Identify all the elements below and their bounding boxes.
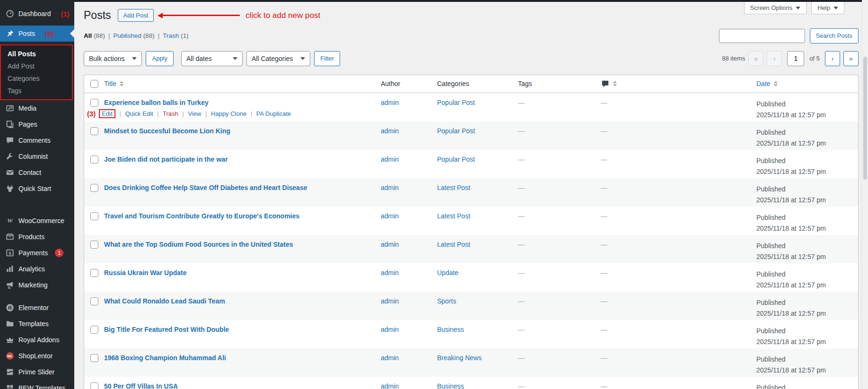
- submenu-item[interactable]: Add Post: [1, 60, 72, 72]
- category-link[interactable]: Popular Post: [437, 99, 475, 106]
- select-post-checkbox[interactable]: [90, 212, 98, 220]
- category-link[interactable]: Update: [437, 269, 458, 277]
- row-action-link[interactable]: Edit: [99, 109, 115, 118]
- author-link[interactable]: admin: [381, 297, 399, 305]
- submenu-item[interactable]: Categories: [1, 72, 72, 85]
- author-link[interactable]: admin: [381, 354, 399, 362]
- sidebar-menu-item[interactable]: Analytics: [0, 261, 74, 277]
- categories-filter-select[interactable]: All Categories: [246, 51, 310, 66]
- select-post-checkbox[interactable]: [90, 184, 98, 192]
- row-action-link[interactable]: Happy Clone: [211, 110, 246, 117]
- author-link[interactable]: admin: [381, 326, 399, 333]
- author-link[interactable]: admin: [381, 382, 399, 389]
- post-title-link[interactable]: Joe Biden did not participate in the war: [104, 156, 228, 163]
- screen-options-button[interactable]: Screen Options: [744, 2, 807, 14]
- post-title-link[interactable]: Big Title For Featured Post With Double: [104, 326, 229, 333]
- sidebar-menu-item[interactable]: Products: [0, 229, 74, 245]
- sidebar-menu-item[interactable]: Royal Addons: [0, 332, 74, 348]
- submenu-item[interactable]: Tags: [1, 85, 72, 97]
- comments-column-header[interactable]: [601, 79, 756, 88]
- sidebar-menu-item[interactable]: Media: [0, 100, 74, 116]
- separator: |: [251, 110, 252, 117]
- menu-item-label: Quick Start: [18, 185, 51, 192]
- select-post-checkbox[interactable]: [90, 156, 98, 164]
- post-title-link[interactable]: 50 Per Off Villas In USA: [104, 382, 178, 389]
- category-link[interactable]: Business: [437, 326, 464, 333]
- last-page-button[interactable]: »: [843, 51, 859, 66]
- select-post-checkbox[interactable]: [90, 382, 98, 389]
- date-column-header[interactable]: Date: [756, 80, 858, 87]
- sidebar-menu-item[interactable]: Elementor: [0, 300, 74, 316]
- sidebar-menu-item[interactable]: Posts (2): [0, 26, 74, 42]
- post-title-link[interactable]: Experience ballon balls in Turkey: [104, 99, 209, 106]
- bulk-actions-select[interactable]: Bulk actions: [84, 51, 142, 66]
- sidebar-menu-item[interactable]: $ Payments 1: [0, 245, 74, 261]
- select-post-checkbox[interactable]: [90, 326, 98, 334]
- author-link[interactable]: admin: [381, 212, 399, 220]
- author-link[interactable]: admin: [381, 269, 399, 277]
- sidebar-menu-item[interactable]: Prime Slider: [0, 364, 74, 380]
- sidebar-menu-item[interactable]: W WooCommerce: [0, 213, 74, 229]
- view-filter-link[interactable]: Published (88): [114, 32, 155, 39]
- author-link[interactable]: admin: [381, 156, 399, 163]
- add-post-button[interactable]: Add Post: [118, 9, 154, 22]
- select-post-checkbox[interactable]: [90, 241, 98, 249]
- post-title-link[interactable]: 1968 Boxing Champion Muhammad Ali: [104, 354, 226, 362]
- category-link[interactable]: Latest Post: [437, 241, 470, 248]
- title-column-header[interactable]: Title: [104, 80, 381, 87]
- select-post-checkbox[interactable]: [90, 269, 98, 277]
- author-link[interactable]: admin: [381, 99, 399, 106]
- author-link[interactable]: admin: [381, 127, 399, 135]
- sidebar-menu-item[interactable]: Templates: [0, 316, 74, 332]
- post-title-link[interactable]: What are the Top Sodium Food Sources in …: [104, 241, 293, 248]
- sidebar-menu-item[interactable]: Pages: [0, 116, 74, 132]
- scrollbar-thumb[interactable]: [863, 57, 867, 180]
- row-action-link[interactable]: Quick Edit: [125, 110, 153, 117]
- separator: |: [158, 32, 160, 39]
- dates-filter-select[interactable]: All dates: [181, 51, 243, 66]
- select-post-checkbox[interactable]: [90, 127, 98, 135]
- category-link[interactable]: Business: [437, 382, 464, 389]
- vertical-scrollbar[interactable]: [862, 0, 868, 389]
- post-title-link[interactable]: Travel and Tourism Contribute Greatly to…: [104, 212, 299, 220]
- category-link[interactable]: Sports: [437, 297, 456, 305]
- view-filter-link[interactable]: Trash (1): [163, 32, 188, 39]
- select-post-checkbox[interactable]: [90, 354, 98, 362]
- apply-button[interactable]: Apply: [146, 51, 174, 66]
- select-post-checkbox[interactable]: [90, 297, 98, 305]
- sidebar-menu-item[interactable]: BEW Templates: [0, 380, 74, 389]
- search-posts-button[interactable]: Search Posts: [810, 28, 859, 43]
- author-link[interactable]: admin: [381, 184, 399, 191]
- row-action-link[interactable]: View: [188, 110, 201, 117]
- search-input[interactable]: [719, 29, 805, 43]
- category-link[interactable]: Popular Post: [437, 127, 475, 135]
- sidebar-menu-item[interactable]: Quick Start: [0, 181, 74, 197]
- post-title-link[interactable]: Russia Ukrain War Update: [104, 269, 187, 277]
- sidebar-menu-item[interactable]: Comments: [0, 132, 74, 148]
- view-filter-link[interactable]: All (88): [84, 32, 105, 39]
- sidebar-menu-item[interactable]: WL ShopLentor: [0, 348, 74, 364]
- row-action-link[interactable]: Trash: [163, 110, 178, 117]
- author-link[interactable]: admin: [381, 241, 399, 248]
- submenu-item[interactable]: All Posts: [1, 48, 72, 60]
- view-label: Trash: [163, 32, 179, 39]
- filter-button[interactable]: Filter: [314, 51, 340, 66]
- sidebar-menu-item[interactable]: Contact: [0, 164, 74, 181]
- select-all-checkbox[interactable]: [90, 80, 98, 88]
- category-link[interactable]: Breaking News: [437, 354, 482, 362]
- row-action-link[interactable]: PA Duplicate: [256, 110, 291, 117]
- sidebar-menu-item[interactable]: Columnist: [0, 148, 74, 164]
- post-title-link[interactable]: What Could Ronaldo Lead Saudi Team: [104, 297, 225, 305]
- category-link[interactable]: Latest Post: [437, 212, 470, 220]
- date-cell: Published 2025/11/18 at 12:57 pm: [756, 235, 858, 263]
- sidebar-menu-item[interactable]: Dashboard (1): [0, 6, 74, 22]
- current-page-input[interactable]: [787, 51, 804, 66]
- help-button[interactable]: Help: [811, 2, 844, 14]
- next-page-button[interactable]: ›: [825, 51, 840, 66]
- category-link[interactable]: Popular Post: [437, 156, 475, 163]
- post-title-link[interactable]: Does Drinking Coffee Help Stave Off Diab…: [104, 184, 307, 191]
- category-link[interactable]: Latest Post: [437, 184, 470, 191]
- sidebar-menu-item[interactable]: Marketing: [0, 277, 74, 293]
- post-title-link[interactable]: Mindset to Succesful Become Lion King: [104, 127, 230, 135]
- select-post-checkbox[interactable]: [90, 99, 98, 107]
